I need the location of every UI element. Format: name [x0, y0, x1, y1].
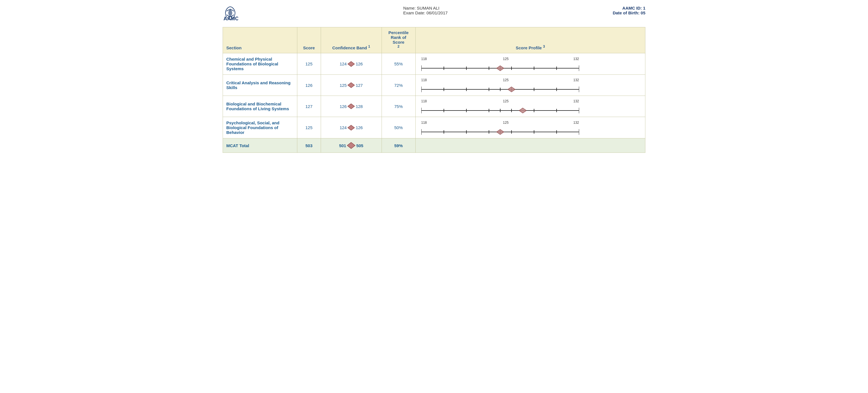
- svg-marker-49: [347, 142, 355, 149]
- profile-chart: 118125132: [415, 53, 645, 75]
- score-value: 126: [297, 75, 321, 96]
- svg-text:AAMC: AAMC: [223, 16, 238, 21]
- total-profile: [415, 139, 645, 153]
- exam-date-field: Exam Date: 06/01/2017: [403, 10, 448, 15]
- profile-chart: 118125132: [415, 75, 645, 96]
- percentile-value: 72%: [381, 75, 415, 96]
- section-name: Psychological, Social, and Biological Fo…: [223, 117, 297, 139]
- confidence-band: 124 126: [321, 53, 381, 75]
- svg-marker-37: [348, 125, 354, 130]
- confidence-band: 125 127: [321, 75, 381, 96]
- table-row: Biological and Biochemical Foundations o…: [223, 96, 645, 117]
- section-name: Chemical and Physical Foundations of Bio…: [223, 53, 297, 75]
- svg-marker-12: [497, 66, 504, 71]
- total-percentile: 59%: [381, 139, 415, 153]
- svg-marker-36: [519, 108, 526, 113]
- logo-area: AAMC: [223, 6, 238, 23]
- header-profile: Score Profile 3: [415, 27, 645, 53]
- header-percentile: Percentile Rank of Score 2: [381, 27, 415, 53]
- profile-chart: 118125132: [415, 96, 645, 117]
- percentile-value: 55%: [381, 53, 415, 75]
- total-confidence: 501 505: [321, 139, 381, 153]
- header-section: Section: [223, 27, 297, 53]
- scores-table: Section Score Confidence Band 1 Percenti…: [223, 27, 645, 153]
- table-row: Psychological, Social, and Biological Fo…: [223, 117, 645, 139]
- section-name: Critical Analysis and Reasoning Skills: [223, 75, 297, 96]
- percentile-value: 50%: [381, 117, 415, 139]
- svg-marker-25: [348, 104, 354, 109]
- header: AAMC Name: SUMAN ALI Exam Date: 06/01/20…: [223, 6, 645, 23]
- aamc-id-field: AAMC ID: 1: [613, 6, 645, 10]
- confidence-band: 124 126: [321, 117, 381, 139]
- dob-field: Date of Birth: 05: [613, 10, 645, 15]
- score-value: 125: [297, 53, 321, 75]
- score-value: 125: [297, 117, 321, 139]
- table-row: Chemical and Physical Foundations of Bio…: [223, 53, 645, 75]
- header-confidence: Confidence Band 1: [321, 27, 381, 53]
- profile-chart: 118125132: [415, 117, 645, 139]
- svg-marker-48: [497, 129, 504, 134]
- aamc-logo-symbol: AAMC: [223, 6, 238, 23]
- percentile-value: 75%: [381, 96, 415, 117]
- page-container: AAMC Name: SUMAN ALI Exam Date: 06/01/20…: [217, 0, 651, 158]
- table-header-row: Section Score Confidence Band 1 Percenti…: [223, 27, 645, 53]
- score-value: 127: [297, 96, 321, 117]
- confidence-band: 126 128: [321, 96, 381, 117]
- name-field: Name: SUMAN ALI: [403, 6, 448, 10]
- total-score: 503: [297, 139, 321, 153]
- header-center: Name: SUMAN ALI Exam Date: 06/01/2017: [403, 6, 448, 15]
- section-name: Biological and Biochemical Foundations o…: [223, 96, 297, 117]
- header-right: AAMC ID: 1 Date of Birth: 05: [613, 6, 645, 15]
- total-row: MCAT Total 503 501 505 59%: [223, 139, 645, 153]
- svg-marker-13: [348, 83, 354, 88]
- svg-marker-1: [348, 61, 354, 66]
- total-section-name: MCAT Total: [223, 139, 297, 153]
- table-row: Critical Analysis and Reasoning Skills 1…: [223, 75, 645, 96]
- svg-marker-24: [508, 87, 515, 92]
- header-score: Score: [297, 27, 321, 53]
